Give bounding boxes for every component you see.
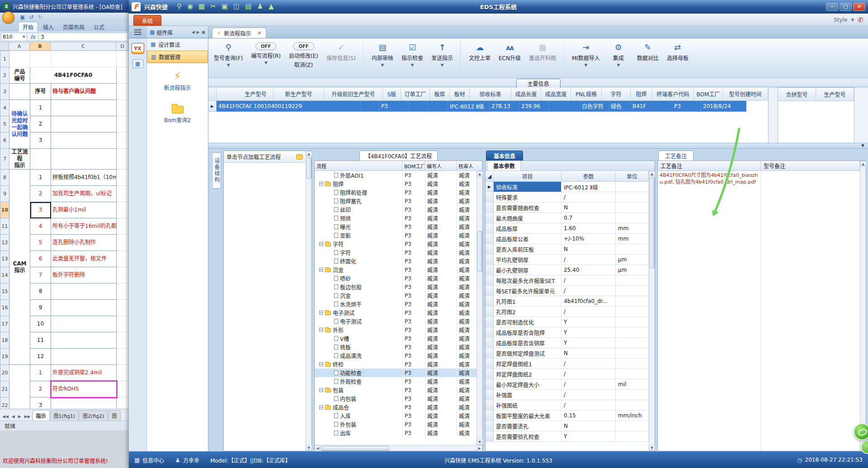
cell[interactable]: P3 [402,188,425,197]
scroll-down-icon[interactable]: ▼ [649,445,655,451]
sheet-tab[interactable]: 指示 [33,410,50,421]
cell[interactable]: P3 [402,308,425,317]
param-value[interactable]: Y [561,327,616,338]
redo-icon[interactable]: ↻ [38,14,42,20]
param-row[interactable]: 孔符图2 / [486,307,649,317]
yx-logo[interactable]: YX [132,43,144,54]
cell[interactable] [428,101,448,112]
col-reviewer[interactable]: 核审人 [457,161,482,170]
param-name[interactable]: 孔符图2 [494,307,561,317]
row-header[interactable]: 6 [0,132,9,149]
tree-expander-icon[interactable] [319,388,323,392]
tab-process-remark[interactable]: 工艺备注 [658,151,693,161]
param-unit[interactable]: μm [616,255,649,265]
cell[interactable]: 臧清 [457,369,476,377]
flow-tree-row[interactable]: 终面化 P3 臧清 臧清 [315,257,476,265]
cell[interactable] [51,116,117,132]
cell[interactable]: P3 [402,197,425,205]
next-sheet-icon[interactable]: ▶ [17,414,23,421]
titlebar-tool-icon[interactable] [222,3,228,10]
flow-tree-row[interactable]: 阻焊 P3 臧清 臧清 [315,180,476,188]
param-value[interactable]: / [561,359,616,369]
grid-column-header[interactable]: 终端客户代码 [652,87,694,101]
param-unit[interactable]: μm [616,265,649,275]
grid-column-header[interactable]: 升级前旧生产型号 [324,87,383,101]
titlebar-tool-icon[interactable] [177,3,182,10]
param-name[interactable]: 是否入库前压板 [494,244,561,255]
cell[interactable] [51,284,117,300]
cell[interactable] [51,349,117,365]
cell[interactable]: 待确认 光绘时 一起确 认问题 [9,100,30,149]
cell[interactable] [117,365,129,381]
col-value[interactable]: 参数 [561,171,616,182]
flow-tree-row[interactable]: 字符 P3 臧清 臧清 [315,240,476,248]
toolbar-button[interactable]: 指示检查 ▼ [398,42,427,68]
param-value[interactable]: 0.7 [561,213,616,223]
scrollbar-thumb[interactable] [477,231,482,272]
param-value[interactable]: Y [561,338,616,348]
grid-column-header[interactable]: 阻焊 [631,87,652,101]
scroll-up-icon[interactable]: ▲ [649,171,655,177]
param-row[interactable]: 是否需要翘曲检查 N [486,203,649,213]
row-header[interactable]: 14 [0,267,9,284]
dropdown-caret-icon[interactable]: ▼ [381,63,384,67]
cell[interactable]: 5 [30,235,51,251]
cell[interactable]: 臧清 [457,394,476,403]
row-header[interactable]: 9 [0,186,9,202]
titlebar-tool-icon[interactable] [198,3,205,10]
cell[interactable]: 臧清 [457,317,476,326]
model-remark-area[interactable] [761,171,860,451]
cell[interactable]: P3 [379,101,408,112]
param-row[interactable]: 是否需要验孔检查 Y [486,431,649,442]
flow-tree-row[interactable]: 成品清洗 P3 臧清 臧清 [315,351,476,360]
param-row[interactable]: 成品板厚公差 +/-10% mm [486,234,649,244]
scroll-right-icon[interactable]: ▶ [197,30,200,34]
param-value[interactable]: N [561,421,616,431]
row-header[interactable]: 7 [0,149,9,170]
flow-tree-row[interactable]: 丝印 P3 臧清 臧清 [315,205,476,214]
param-unit[interactable] [616,421,649,431]
cell[interactable]: 2018/8/24 [701,101,746,112]
flow-tree-row[interactable]: 字符 P3 臧清 臧清 [315,248,476,257]
cell[interactable]: 4B41F0CFA0 [217,101,252,112]
param-row[interactable]: 是否需要烫孔 N [486,421,649,431]
cell[interactable] [117,397,129,409]
param-row[interactable]: 成品板厚是否含铜厚 Y [486,338,649,348]
param-name[interactable]: 成品板厚公差 [494,234,561,244]
cell[interactable]: 1 [30,170,51,186]
toolbar-button[interactable]: ECN升级 ▼ [495,42,524,62]
param-name[interactable]: 邦定焊盘图纸1 [494,359,561,369]
eds-titlebar[interactable]: F 兴森快捷 EDS工程系统 ─ □ ✕ [129,0,868,14]
grid-column-header[interactable]: BOM工厂 [694,87,723,101]
param-row[interactable]: 最小孔壁铜厚 25.40 μm [486,265,649,275]
cell[interactable]: P3 [402,360,425,369]
cell[interactable] [9,84,30,100]
param-value[interactable]: / [561,255,616,265]
cell[interactable] [117,316,129,332]
toolbar-button[interactable]: 保存信息(S) ▼ [323,42,363,62]
cell[interactable] [302,101,361,112]
grid-column-header[interactable]: 板材 [450,87,470,101]
param-value[interactable]: 4b41f0cfa0_dr... [561,296,616,307]
col-model-remark[interactable]: 型号备注 [761,161,860,170]
param-value[interactable]: / [561,369,616,379]
toolbar-button[interactable]: 数据对比 ▼ [633,42,662,62]
component-list-item[interactable]: 数据管理 [147,51,208,63]
grid-column-header[interactable]: 验收标准 [470,87,511,101]
cell[interactable]: P3 [402,377,425,386]
cell[interactable] [117,235,129,251]
cell[interactable]: 臧清 [457,214,476,222]
formula-input[interactable]: 3 [39,33,128,41]
cell[interactable]: P3 [402,411,425,420]
param-unit[interactable]: mm/inch [616,411,649,421]
component-tool[interactable]: Bom查询2 [164,103,191,123]
cell[interactable]: 2 [30,381,51,397]
cell[interactable]: 11 [30,332,51,349]
param-unit[interactable] [616,307,649,317]
param-unit[interactable] [616,317,649,327]
tab-basic-params[interactable]: 基本参数 [487,161,521,170]
flow-tree-row[interactable]: 电子测试 P3 臧清 臧清 [315,317,476,326]
param-value[interactable]: Y [561,431,616,442]
param-unit[interactable] [616,338,649,348]
cell[interactable]: 待与客户确认问题 [51,84,117,100]
